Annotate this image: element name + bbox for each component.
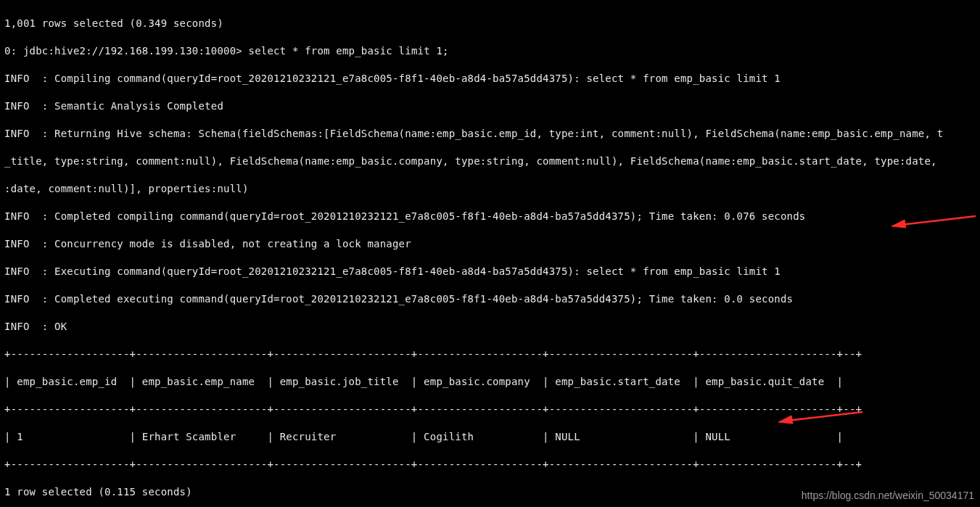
watermark-text: https://blog.csdn.net/weixin_50034171 (802, 489, 974, 503)
info-line: INFO : Executing command(queryId=root_20… (4, 265, 976, 279)
info-line: _title, type:string, comment:null), Fiel… (4, 154, 976, 168)
info-line: INFO : Compiling command(queryId=root_20… (4, 72, 976, 86)
sql-query: select * from emp_basic limit 1; (249, 45, 449, 57)
prompt-line-1: 0: jdbc:hive2://192.168.199.130:10000> s… (4, 44, 976, 58)
prompt-text: 0: jdbc:hive2://192.168.199.130:10000> (4, 45, 249, 57)
info-line: INFO : Completed executing command(query… (4, 292, 976, 306)
table-border: +-------------------+-------------------… (4, 458, 976, 471)
table-border: +-------------------+-------------------… (4, 403, 976, 416)
info-line: INFO : Completed compiling command(query… (4, 210, 976, 223)
table-row: | 1 | Erhart Scambler | Recruiter | Cogi… (4, 430, 976, 444)
info-line: INFO : Semantic Analysis Completed (4, 99, 976, 113)
terminal-output[interactable]: 1,001 rows selected (0.349 seconds) 0: j… (0, 0, 980, 507)
table-header: | emp_basic.emp_id | emp_basic.emp_name … (4, 375, 976, 389)
info-line: INFO : Returning Hive schema: Schema(fie… (4, 127, 976, 141)
table-border: +-------------------+-------------------… (4, 347, 976, 361)
info-line: :date, comment:null)], properties:null) (4, 182, 976, 196)
info-line: INFO : Concurrency mode is disabled, not… (4, 237, 976, 251)
rows-selected-line: 1,001 rows selected (0.349 seconds) (4, 17, 976, 30)
info-line: INFO : OK (4, 320, 976, 334)
